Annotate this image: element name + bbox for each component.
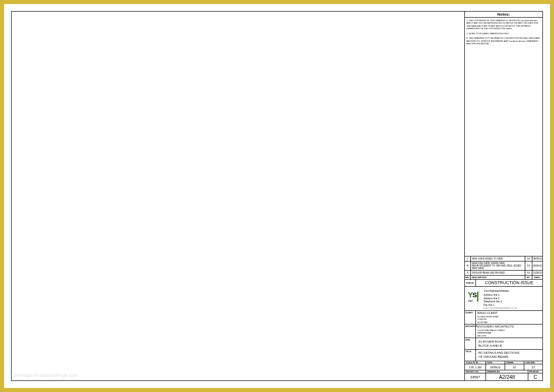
company-name: YourSpreadsheets (483, 289, 517, 293)
site-line1: 31 ROVER ROAD (478, 340, 540, 344)
date-value: 05/09/13 (486, 364, 505, 370)
rev-h-by: BY: (525, 276, 532, 279)
rev-h-date: DATE: (532, 276, 542, 279)
rev-desc: NEW LINKS ADDED TO GB25 (471, 256, 525, 261)
note-3: 3. THIS DRAWING IS TO BE READ IN CONJUNC… (466, 37, 541, 45)
rev-desc: REMOVED GB30, ADDED NEW REINFORCEMENT TO… (471, 262, 525, 270)
title-line1: RC DETAILS AND SECTIONS (478, 351, 540, 355)
svg-rect-3 (477, 292, 478, 302)
company-logo-icon: Y S our (466, 289, 481, 304)
status-value: CONSTRUCTION ISSUE (476, 280, 542, 286)
revision-cell: REVISION: C (528, 370, 542, 380)
company-block: Y S our YourSpreadsheets Address line 1 … (465, 287, 542, 311)
rev-by: DJ (525, 271, 532, 275)
client-name: BAHIJ CLIENT (477, 311, 541, 315)
drawn-value: DJ (505, 364, 524, 370)
meta-grid: SCALE AT A0: 1:50, 1:100 DATE: 05/09/13 … (465, 361, 542, 370)
revision-table: C NEW LINKS ADDED TO GB25 DJ 08/09/13 B … (465, 256, 542, 280)
paper: Notes: 1. THE COPYRIGHT OF THIS DRAWING … (4, 4, 550, 388)
rev-by: DJ (525, 262, 532, 270)
revision-header: REV. DESCRIPTION: BY: DATE: (465, 276, 542, 280)
site-block: SITE: 31 ROVER ROAD BLOCK A AND B (465, 338, 542, 350)
note-2: 2. WORK TO FIGURED DIMENSIONS ONLY. (466, 32, 541, 35)
revision-value: C (528, 373, 542, 380)
drawingno-value: A2/248 (486, 373, 528, 380)
company-web: www.YourSpreadsheets.co.uk (483, 306, 517, 310)
watermark: heritagechristiancollege.com (14, 373, 79, 378)
project-cell: PROJECT NO: 24567 (465, 370, 486, 380)
date-cell: DATE: 05/09/13 (486, 361, 505, 370)
rev-letter: A (465, 271, 471, 275)
company-text: YourSpreadsheets Address line 1 Address … (483, 289, 517, 308)
client-addr3: EC1B 3AS (477, 321, 541, 323)
drawing-frame: Notes: 1. THE COPYRIGHT OF THIS DRAWING … (11, 11, 543, 381)
client-value: BAHIJ CLIENT 56 NEW HOPE ROAD LONDON EC1… (476, 311, 542, 324)
title-value: RC DETAILS AND SECTIONS OF GROUND BEAMS (476, 350, 542, 361)
title-row: TITLE: RC DETAILS AND SECTIONS OF GROUND… (465, 350, 542, 361)
drawingno-cell: DRAWING NO: A2/248 (486, 370, 528, 380)
drawn-cell: DRAWN: DJ (505, 361, 524, 370)
rev-desc: GROUND BEAM GB2 REVISED (471, 271, 525, 275)
architect-value: EVOLVERO ARCHITECTS 124 EXTRA SPACE STRE… (476, 324, 542, 338)
revision-row: B REMOVED GB30, ADDED NEW REINFORCEMENT … (465, 262, 542, 271)
rev-by: DJ (525, 256, 532, 261)
rev-date: 02/09/13 (532, 262, 542, 270)
client-label: CLIENT: (465, 311, 476, 324)
site-value: 31 ROVER ROAD BLOCK A AND B (476, 338, 542, 349)
rev-h-rev: REV. (465, 276, 471, 279)
architect-block: ARCHITECT: EVOLVERO ARCHITECTS 124 EXTRA… (465, 324, 542, 338)
client-block: CLIENT: BAHIJ CLIENT 56 NEW HOPE ROAD LO… (465, 311, 542, 324)
status-label: STATUS: (465, 280, 476, 286)
architect-addr3: BR2 4FG (477, 335, 541, 337)
note-1: 1. THE COPYRIGHT OF THIS DRAWING IS VEST… (466, 19, 541, 30)
rev-h-desc: DESCRIPTION: (471, 276, 525, 279)
architect-name: EVOLVERO ARCHITECTS (477, 325, 541, 329)
revision-row: C NEW LINKS ADDED TO GB25 DJ 08/09/13 (465, 256, 542, 262)
scale-value: 1:50, 1:100 (465, 364, 486, 370)
revision-row: A GROUND BEAM GB2 REVISED DJ 21/08/13 (465, 271, 542, 276)
rev-date: 08/09/13 (532, 256, 542, 261)
title-label: TITLE: (465, 350, 476, 361)
architect-label: ARCHITECT: (465, 324, 476, 338)
site-line2: BLOCK A AND B (478, 344, 540, 348)
checked-cell: CHECKED: DJ (524, 361, 542, 370)
notes-body: 1. THE COPYRIGHT OF THIS DRAWING IS VEST… (465, 18, 542, 256)
rev-letter: C (465, 256, 471, 261)
svg-text:S: S (472, 291, 477, 298)
rev-date: 21/08/13 (532, 271, 542, 275)
project-value: 24567 (465, 373, 486, 380)
title-line2: OF GROUND BEAMS (478, 355, 540, 359)
svg-text:our: our (468, 298, 473, 302)
status-row: STATUS: CONSTRUCTION ISSUE (465, 280, 542, 287)
checked-value: DJ (524, 364, 542, 370)
title-block: Notes: 1. THE COPYRIGHT OF THIS DRAWING … (464, 12, 542, 380)
rev-letter: B (465, 262, 471, 270)
drawing-row: PROJECT NO: 24567 DRAWING NO: A2/248 REV… (465, 370, 542, 380)
scale-cell: SCALE AT A0: 1:50, 1:100 (465, 361, 486, 370)
site-label: SITE: (465, 338, 476, 349)
notes-heading: Notes: (465, 12, 542, 18)
